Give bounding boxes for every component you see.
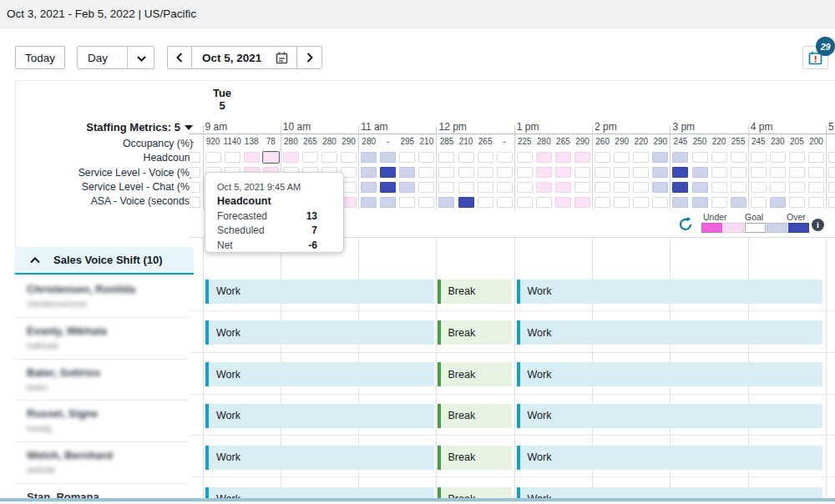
heatmap-cell[interactable] <box>692 197 708 208</box>
heatmap-cell[interactable] <box>652 167 668 178</box>
staffing-metrics-dropdown[interactable]: Staffing Metrics: 5 <box>15 121 193 134</box>
heatmap-cell[interactable] <box>692 152 708 163</box>
work-shift-segment[interactable]: Work <box>517 446 822 470</box>
heatmap-cell[interactable] <box>458 197 474 208</box>
heatmap-cell[interactable] <box>536 167 552 178</box>
previous-day-button[interactable] <box>167 46 192 69</box>
heatmap-cell[interactable] <box>438 182 454 193</box>
heatmap-cell[interactable] <box>380 197 396 208</box>
break-shift-segment[interactable]: Break <box>438 487 512 499</box>
heatmap-cell[interactable] <box>478 167 493 178</box>
heatmap-cell[interactable] <box>458 152 474 163</box>
heatmap-cell[interactable] <box>497 152 513 163</box>
heatmap-cell[interactable] <box>808 182 824 193</box>
heatmap-cell[interactable] <box>574 197 590 208</box>
heatmap-cell[interactable] <box>497 167 513 178</box>
agent-row[interactable]: Russel, Signerussig <box>15 401 190 442</box>
heatmap-cell[interactable] <box>751 167 767 178</box>
heatmap-cell[interactable] <box>283 152 299 163</box>
heatmap-cell[interactable] <box>789 152 805 163</box>
heatmap-cell[interactable] <box>536 152 552 163</box>
heatmap-cell[interactable] <box>190 197 200 208</box>
horizontal-scrollbar[interactable] <box>0 498 835 501</box>
heatmap-cell[interactable] <box>711 182 727 193</box>
heatmap-cell[interactable] <box>380 152 396 163</box>
view-select[interactable]: Day <box>77 46 154 69</box>
heatmap-cell[interactable] <box>574 152 590 163</box>
today-button[interactable]: Today <box>15 46 65 69</box>
heatmap-cell[interactable] <box>574 167 590 178</box>
agent-row[interactable]: Bater, Sotiriosbater <box>15 360 190 401</box>
heatmap-cell[interactable] <box>633 197 649 208</box>
work-shift-segment[interactable]: Work <box>205 487 434 499</box>
heatmap-cell[interactable] <box>711 167 727 178</box>
heatmap-cell[interactable] <box>458 167 474 178</box>
heatmap-cell[interactable] <box>555 152 571 163</box>
heatmap-cell[interactable] <box>321 152 337 163</box>
heatmap-cell[interactable] <box>692 182 708 193</box>
heatmap-cell[interactable] <box>789 182 805 193</box>
work-shift-segment[interactable]: Work <box>205 320 434 345</box>
work-shift-segment[interactable]: Work <box>517 404 822 428</box>
heatmap-cell[interactable] <box>341 152 357 163</box>
heatmap-cell[interactable] <box>438 152 454 163</box>
work-shift-segment[interactable]: Work <box>517 362 822 386</box>
heatmap-cell[interactable] <box>751 182 767 193</box>
heatmap-cell[interactable] <box>633 182 649 193</box>
heatmap-cell[interactable] <box>731 197 746 208</box>
heatmap-cell[interactable] <box>672 197 688 208</box>
heatmap-cell[interactable] <box>751 197 767 208</box>
heatmap-cell[interactable] <box>595 197 610 208</box>
heatmap-cell[interactable] <box>692 167 708 178</box>
heatmap-cell[interactable] <box>808 152 824 163</box>
heatmap-cell[interactable] <box>555 197 571 208</box>
break-shift-segment[interactable]: Break <box>438 280 512 304</box>
break-shift-segment[interactable]: Break <box>438 320 512 345</box>
heatmap-cell[interactable] <box>633 167 649 178</box>
heatmap-cell[interactable] <box>517 197 533 208</box>
heatmap-cell[interactable] <box>808 167 824 178</box>
heatmap-cell[interactable] <box>399 167 415 178</box>
heatmap-cell[interactable] <box>555 182 571 193</box>
agent-row[interactable]: Stan, Romana <box>15 484 190 498</box>
heatmap-cell[interactable] <box>361 182 377 193</box>
heatmap-cell[interactable] <box>770 152 786 163</box>
heatmap-cell[interactable] <box>652 152 668 163</box>
heatmap-cell[interactable] <box>205 152 221 163</box>
heatmap-cell[interactable] <box>751 152 767 163</box>
heatmap-cell[interactable] <box>190 182 200 193</box>
heatmap-cell[interactable] <box>438 167 454 178</box>
heatmap-cell[interactable] <box>361 197 377 208</box>
heatmap-cell[interactable] <box>399 197 415 208</box>
heatmap-cell[interactable] <box>418 197 434 208</box>
work-shift-segment[interactable]: Work <box>205 362 434 386</box>
heatmap-cell[interactable] <box>614 197 630 208</box>
agent-row[interactable]: Christensen, Ronildachristensenron <box>15 276 190 318</box>
work-shift-segment[interactable]: Work <box>517 487 822 499</box>
heatmap-cell[interactable] <box>828 197 835 208</box>
work-shift-segment[interactable]: Work <box>205 404 434 428</box>
heatmap-cell[interactable] <box>517 182 533 193</box>
heatmap-cell[interactable] <box>711 152 727 163</box>
heatmap-cell[interactable] <box>672 152 688 163</box>
heatmap-cell[interactable] <box>731 167 746 178</box>
heatmap-cell[interactable] <box>633 152 649 163</box>
heatmap-cell[interactable] <box>731 152 746 163</box>
heatmap-cell[interactable] <box>497 197 513 208</box>
work-shift-segment[interactable]: Work <box>205 446 434 470</box>
heatmap-cell[interactable] <box>418 182 434 193</box>
heatmap-cell[interactable] <box>770 167 786 178</box>
heatmap-cell[interactable] <box>652 197 668 208</box>
heatmap-cell[interactable] <box>770 182 786 193</box>
heatmap-cell[interactable] <box>828 152 835 163</box>
heatmap-cell[interactable] <box>418 152 434 163</box>
heatmap-cell[interactable] <box>399 182 415 193</box>
heatmap-cell[interactable] <box>672 182 688 193</box>
heatmap-cell[interactable] <box>478 152 493 163</box>
heatmap-cell[interactable] <box>614 152 630 163</box>
heatmap-cell[interactable] <box>789 167 805 178</box>
heatmap-cell[interactable] <box>244 152 260 163</box>
heatmap-cell[interactable] <box>828 182 835 193</box>
heatmap-cell[interactable] <box>595 167 610 178</box>
heatmap-cell[interactable] <box>828 167 835 178</box>
